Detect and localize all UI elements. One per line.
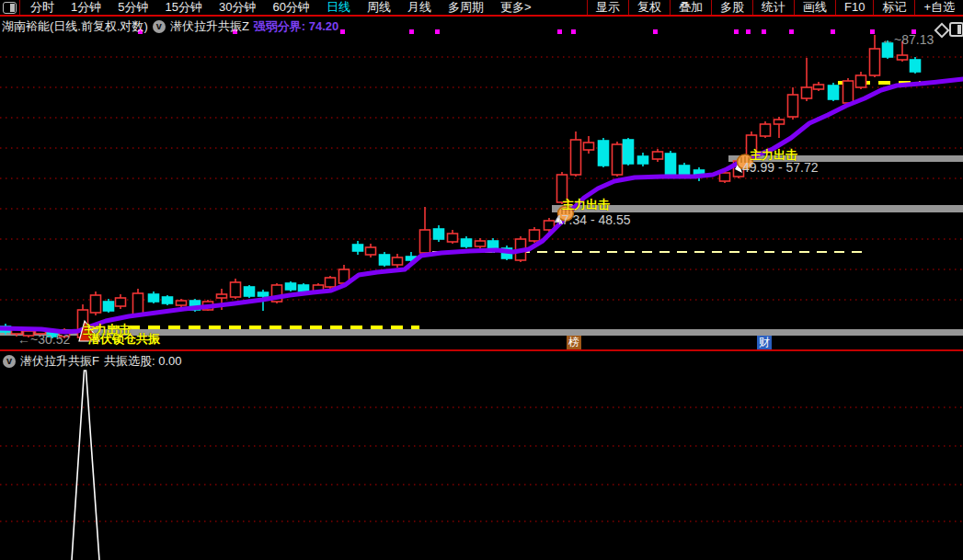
toolbar-button-叠加[interactable]: 叠加	[670, 0, 711, 15]
menu-item-月线[interactable]: 月线	[399, 0, 440, 15]
toolbar-button-多股[interactable]: 多股	[711, 0, 752, 15]
candle-body	[814, 85, 824, 89]
menu-item-60分钟[interactable]: 60分钟	[264, 0, 317, 15]
period-menu: 分时1分钟5分钟15分钟30分钟60分钟日线周线月线多周期更多>	[22, 0, 539, 15]
candle-body	[802, 87, 812, 98]
toolbar-button-统计[interactable]: 统计	[752, 0, 794, 15]
window-panel-icon[interactable]	[3, 2, 17, 14]
signal-label-lockin: 潜伏锁仓共振	[88, 331, 160, 348]
toolbar-button-+自选[interactable]: +自选	[914, 0, 963, 15]
indicator-name[interactable]: 潜伏拉升共振Z	[170, 18, 249, 35]
subchart-header: v 潜伏拉升共振F 共振选股: 0.00	[3, 353, 181, 370]
panel-divider	[0, 349, 963, 351]
signal-spike-line	[72, 371, 99, 560]
signal-dot	[340, 29, 345, 34]
finance-badge[interactable]: 财	[757, 336, 772, 349]
candle-body	[856, 75, 866, 87]
signal-dot	[734, 29, 739, 34]
candle-body	[133, 293, 143, 314]
candle-body	[231, 282, 241, 297]
sub-indicator-name[interactable]: 潜伏拉升共振F	[20, 353, 99, 370]
candle-body	[680, 166, 690, 175]
signal-dot	[870, 29, 875, 34]
candle-body	[177, 301, 187, 305]
chevron-down-icon[interactable]: v	[3, 355, 16, 368]
candle-body	[258, 292, 269, 296]
menu-item-15分钟[interactable]: 15分钟	[156, 0, 210, 15]
signal-range-2: 47.34 - 48.55	[555, 212, 631, 227]
candle-body	[599, 141, 609, 166]
candle-body	[380, 255, 390, 265]
toolbar-button-画线[interactable]: 画线	[794, 0, 835, 15]
menu-item-5分钟[interactable]: 5分钟	[109, 0, 156, 15]
menu-divider	[19, 0, 20, 15]
menu-item-分时[interactable]: 分时	[22, 0, 63, 15]
signal-label-attack-2: 主力出击	[562, 197, 610, 213]
signal-dot	[435, 29, 440, 34]
candle-body	[613, 144, 623, 175]
candle-body	[653, 152, 663, 159]
support-bar	[552, 205, 963, 212]
signal-dot	[557, 29, 562, 34]
candle-body	[163, 297, 173, 303]
signal-dot	[409, 29, 414, 34]
menu-item-多周期[interactable]: 多周期	[440, 0, 492, 15]
candle-body	[448, 234, 458, 242]
candle-body	[462, 239, 472, 246]
candle-body	[353, 245, 363, 251]
toolbar-button-标记[interactable]: 标记	[873, 0, 914, 15]
candle-body	[104, 302, 114, 311]
candle-body	[843, 81, 854, 103]
low-price-reference: ←~30.52	[17, 332, 70, 347]
stock-title: 湖南裕能(日线.前复权.对数)	[2, 18, 148, 35]
candle-body	[366, 247, 376, 255]
candle-body	[911, 60, 921, 72]
trading-app-window: { "menu": { "left_items": [ {"label": "分…	[0, 0, 963, 560]
candle-body	[870, 49, 880, 75]
candle-body	[393, 257, 403, 265]
high-price-reference: ←~87.13	[881, 32, 934, 47]
candle-body	[326, 278, 336, 287]
signal-dot	[653, 29, 658, 34]
threshold-value: 强弱分界: 74.20	[254, 18, 338, 35]
menu-item-更多>[interactable]: 更多>	[492, 0, 540, 15]
signal-dot	[831, 29, 835, 34]
menu-item-周线[interactable]: 周线	[359, 0, 399, 15]
menu-item-30分钟[interactable]: 30分钟	[211, 0, 264, 15]
candle-body	[217, 294, 227, 298]
candle-body	[898, 55, 908, 60]
rank-badge[interactable]: 榜	[567, 336, 581, 349]
signal-dot	[789, 29, 794, 34]
sub-indicator-value: 共振选股: 0.00	[104, 353, 182, 370]
candle-body	[434, 229, 444, 239]
signal-dot	[746, 29, 751, 34]
candle-body	[788, 95, 798, 117]
tool-menu: 显示复权叠加多股统计画线F10标记+自选	[587, 0, 963, 15]
candle-body	[116, 298, 126, 306]
menu-item-1分钟[interactable]: 1分钟	[63, 0, 109, 15]
toolbar-button-显示[interactable]: 显示	[587, 0, 628, 15]
candle-body	[829, 86, 839, 99]
panel-layout-icon[interactable]	[949, 22, 963, 37]
candle-body	[774, 120, 785, 124]
candle-body	[245, 287, 255, 296]
candle-body	[149, 294, 159, 302]
candle-body	[761, 124, 771, 136]
main-chart-canvas[interactable]	[0, 0, 963, 560]
candle-body	[530, 230, 540, 241]
menu-item-日线[interactable]: 日线	[318, 0, 359, 15]
candle-body	[91, 295, 101, 313]
candle-body	[666, 154, 676, 177]
candle-body	[624, 140, 634, 164]
toolbar-button-F10[interactable]: F10	[835, 0, 873, 15]
candle-body	[720, 173, 730, 181]
signal-dot	[571, 29, 576, 34]
toolbar-button-复权[interactable]: 复权	[628, 0, 670, 15]
candle-body	[420, 230, 430, 253]
top-menu-bar: 分时1分钟5分钟15分钟30分钟60分钟日线周线月线多周期更多> 显示复权叠加多…	[0, 0, 963, 17]
candle-body	[286, 283, 296, 290]
signal-dot	[762, 29, 766, 34]
signal-range-3: 49.99 - 57.72	[742, 160, 819, 175]
candle-body	[299, 285, 309, 291]
chevron-down-icon[interactable]: v	[153, 20, 166, 33]
